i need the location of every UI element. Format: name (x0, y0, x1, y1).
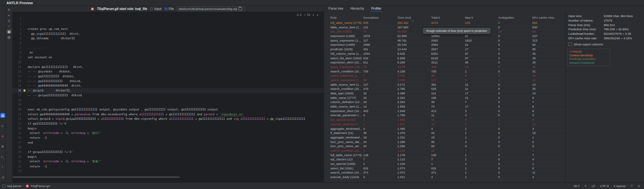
editor-line[interactable]: 15—— —— @a444444444444444 dtint, (12, 83, 324, 88)
profiler-table-row[interactable]: func_proc_name_data...241.29895405 (324, 140, 565, 145)
profiler-table-row[interactable]: set_special (1485)11.1051101 (324, 162, 565, 166)
highlighting-level-icon[interactable]: ✎ (584, 184, 587, 188)
terminal-toolwindow-icon[interactable]: >_ (0, 154, 5, 159)
scroll-to-source-icon[interactable]: ↧ (6, 18, 12, 23)
profiler-table-row[interactable]: expression (1498)199820.342206421082 (324, 43, 565, 47)
editor-line[interactable]: 13—— —— @a2222222222 dtdate, (12, 74, 324, 79)
tab-profiler[interactable]: Profiler (371, 6, 382, 12)
prev-problem-arrow-icon[interactable]: ∧ (312, 14, 314, 16)
profiler-table-row[interactable]: if_statement (31)351.476441015 (324, 131, 565, 136)
profiler-table-row[interactable]: func_proc_name_serv...241.28995405 (324, 144, 565, 149)
search-icon[interactable]: ⌕ (6, 24, 12, 28)
editor-line[interactable]: 27end (12, 140, 324, 145)
editor-line[interactable]: 29if @vipa333333333333 !='0' (12, 150, 324, 155)
breadcrumb-file[interactable]: TSqlParser.g4 (31, 184, 50, 188)
profiler-table-row[interactable]: search_condition (1516)4711.0724711011 (324, 171, 565, 175)
refresh-icon[interactable]: ↻ (6, 7, 12, 12)
editor-line[interactable]: 7-- -- -- (12, 45, 324, 50)
profiler-table-row[interactable]: table_source_item (15...141.959741708 (324, 105, 565, 109)
profiler-table-row[interactable]: search_condition (15...21.22022718 (324, 149, 565, 153)
intention-bulb-icon[interactable] (24, 90, 25, 91)
run-toolwindow-icon[interactable]: ▷ (0, 123, 5, 128)
git-branch-icon[interactable]: ⎇ (0, 175, 5, 180)
editor-line[interactable]: 17—— —— @vipa333333333333 dtkind (12, 93, 324, 98)
column-header-ambiguities[interactable]: Ambiguities (498, 16, 514, 19)
profiler-table-row[interactable]: full_column_name (17...10948.63583019704… (324, 52, 565, 56)
line-ending[interactable]: LF (592, 184, 595, 188)
profiler-table-row[interactable]: expression_elem (1589)4021.948413308 (324, 109, 565, 114)
editor-line[interactable]: 26 return -1 (12, 136, 324, 140)
file-radio[interactable]: File (165, 7, 174, 11)
profiler-table-row[interactable]: query_expression (1527)11748.76120621910… (324, 39, 565, 43)
profiler-table-row[interactable]: full_table_name (1775)925294.32224741030… (324, 21, 565, 25)
profiler-table-row[interactable]: table_source_item (15...1273.17138121013 (324, 83, 565, 87)
editor-line[interactable]: 4 @p_vipa1111111111111 dtint, (12, 31, 324, 36)
editor-line[interactable]: 30begin (12, 155, 324, 159)
editor-line[interactable]: 3create proc up_com_test (12, 26, 324, 31)
editor-horizontal-scrollbar[interactable] (13, 176, 180, 178)
editor-line[interactable]: 19 (12, 102, 324, 107)
services-toolwindow-icon[interactable]: ≣ (0, 144, 5, 149)
editor-line[interactable]: 9set nocount on (12, 55, 324, 60)
caret-position[interactable]: 30:7 (574, 184, 580, 188)
next-problem-arrow-icon[interactable]: ∨ (317, 14, 318, 16)
code-editor[interactable]: 123create proc up_com_test4 @p_vipa11111… (12, 12, 324, 182)
profiler-table-row[interactable]: search_condition (1519)7354.1587351031 (324, 70, 565, 74)
tab-parse-tree[interactable]: Parse tree (328, 6, 343, 12)
inspection-widget[interactable]: ⚠ 2 ✓ 23 ∧ ∨ (297, 13, 318, 16)
column-header-max-k[interactable]: Max k (465, 16, 473, 19)
profiler-table-row[interactable]: set_special (1442)11.58314519 (324, 118, 565, 122)
column-header-time-ms-[interactable]: Time (ms)∨ (397, 16, 411, 19)
unlock-icon[interactable]: ⚿ (631, 184, 633, 188)
editor-line[interactable]: 1 (12, 17, 324, 22)
problems-toolwindow-icon[interactable]: ! (0, 165, 5, 169)
editor-line[interactable]: 6 (12, 41, 324, 46)
editor-line[interactable]: 18 (12, 98, 324, 102)
editor-line[interactable]: 24begin (12, 126, 324, 131)
parse-tree-view-icon[interactable]: ▥ (6, 35, 12, 39)
column-header-dfa-cache-miss[interactable]: DFA cache miss (532, 16, 554, 19)
stop-icon[interactable]: ■ (6, 13, 12, 17)
input-radio[interactable]: Input (150, 7, 161, 11)
folder-icon[interactable] (239, 7, 242, 10)
breadcrumb-project[interactable]: tsql-parser (7, 184, 22, 188)
profiler-table-row[interactable]: switch_expression (15...823.4201279242 (324, 78, 565, 83)
editor-line[interactable]: 22select @vipid = vipid,@vipa33333333333… (12, 117, 324, 121)
editor-line[interactable]: 21select @a444444444444444 = paravalue f… (12, 112, 324, 117)
column-header-rule[interactable]: Rule (330, 16, 337, 19)
editor-line[interactable]: 5 @p_tblname dtchar32 (12, 36, 324, 41)
profiler-table-row[interactable]: expression_elem (1590)6115.266321199026 (324, 61, 565, 65)
profiler-table-row[interactable]: full_table_name (1773)1391.179139107 (324, 153, 565, 158)
profiler-table-row[interactable]: aggregate_windowed...181.33118101 (324, 136, 565, 140)
editor-line[interactable]: 20exec nb_com_getsysconfig @a11111111111… (12, 107, 324, 112)
editor-line[interactable]: 14—— —— @a333333333333 dtkind, (12, 79, 324, 83)
profiler-table-row[interactable]: select_list_elem (1592)6326.669612997038 (324, 56, 565, 61)
profiler-table-row[interactable]: expression (1495)197852.99910982970237 (324, 34, 565, 39)
editor-line[interactable]: 32 return -1 (12, 164, 324, 169)
antlr-preview-toolwindow-icon[interactable]: ▤ (0, 113, 5, 118)
profiler-table-row[interactable]: table_name (1777)332.2521992109 (324, 96, 565, 100)
profiler-table-row[interactable]: search_condition (1517)4702.78652511030 (324, 87, 565, 91)
editor-line[interactable]: 28 (12, 145, 324, 150)
notifications-icon[interactable]: ⊙ (638, 184, 640, 188)
editor-line[interactable]: 2 (12, 22, 324, 27)
antlr-logo-icon[interactable]: A (0, 134, 5, 138)
profiler-table-row[interactable]: select_list (1581)6321.073632106 (324, 166, 565, 171)
profiler-table-row[interactable]: predicate (1525)46113.444292717080 (324, 47, 565, 52)
editor-line[interactable]: 12—— —— @sysdate dtdate, (12, 69, 324, 74)
profiler-table-row[interactable]: data_type (1829)322.48811417014 (324, 91, 565, 96)
profiler-table-row[interactable]: select_statement_g...73.731298219 (324, 74, 565, 78)
column-header-total-k[interactable]: Total k (431, 16, 440, 19)
profiler-table-row[interactable]: sql_clauses (12)71.1227104 (324, 157, 565, 162)
profiler-table-row[interactable]: execute_parameter (1...41.75811403 (324, 113, 565, 118)
encoding[interactable]: UTF-8 (600, 184, 609, 188)
test-file-path-field[interactable]: ebelice/Github/tsql-parser/examples/big.… (177, 6, 245, 11)
editor-line[interactable]: 31 select errorcode = -1, errormsg = '准备… (12, 159, 324, 164)
profiler-table-row[interactable]: execute_body (1224)41.0214104 (324, 175, 565, 180)
editor-line[interactable]: 23if @a333333333333 !='0' (12, 121, 324, 126)
editor-line[interactable]: 8 as (12, 50, 324, 55)
column-header-invocations[interactable]: Invocations (363, 16, 379, 19)
editor-line[interactable]: 33 (12, 169, 324, 174)
tab-hierarchy[interactable]: Hierarchy (350, 6, 364, 12)
profiler-view-icon[interactable]: ▦ (6, 29, 12, 34)
